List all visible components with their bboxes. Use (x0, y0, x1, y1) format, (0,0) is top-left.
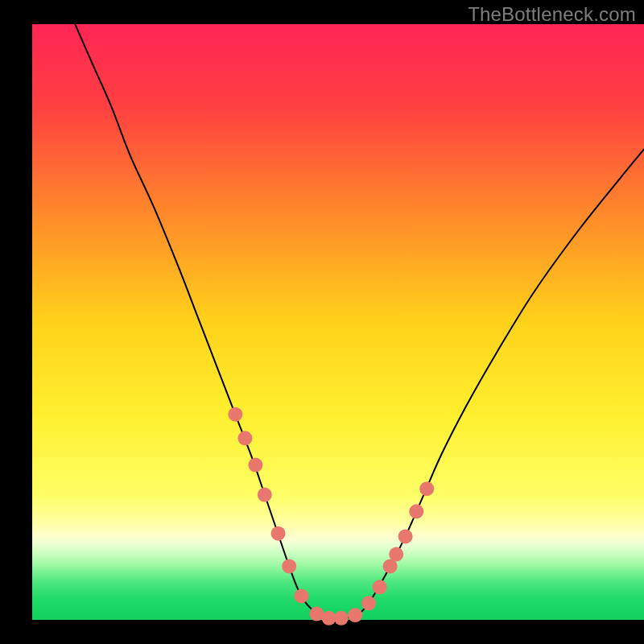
highlight-marker (334, 611, 349, 625)
highlight-marker (271, 526, 286, 541)
chart-gradient-background (32, 24, 644, 620)
highlight-marker (258, 488, 272, 502)
chart-frame: TheBottleneck.com (0, 0, 644, 644)
highlight-marker (361, 596, 376, 610)
highlight-marker (398, 529, 413, 543)
bottleneck-chart (0, 0, 644, 644)
highlight-marker (409, 504, 423, 518)
highlight-marker (389, 547, 403, 562)
highlight-marker (419, 481, 434, 496)
highlight-marker (348, 608, 362, 622)
highlight-marker (294, 588, 308, 603)
highlight-marker (373, 580, 387, 594)
highlight-marker (248, 458, 262, 473)
watermark-text: TheBottleneck.com (468, 3, 636, 26)
highlight-marker (228, 407, 242, 422)
highlight-marker (237, 431, 252, 445)
highlight-marker (282, 559, 296, 573)
